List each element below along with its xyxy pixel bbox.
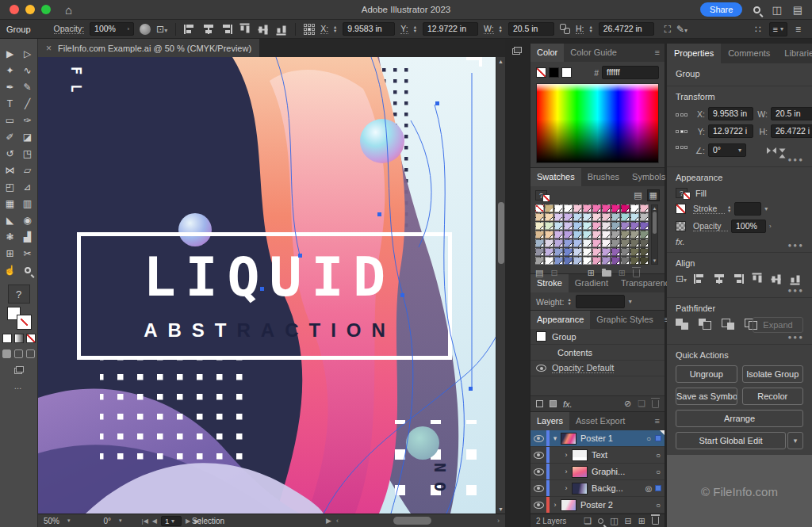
align-bottom-icon[interactable] [277,23,286,35]
tab-asset-export[interactable]: Asset Export [569,412,631,430]
prop-opacity-chevron[interactable]: › [769,223,772,230]
align-to-selection-icon[interactable]: ⊡▾ [156,24,167,35]
stroke-color-swatch[interactable] [676,204,686,214]
layer-row[interactable]: ›Graphi...○ [530,464,665,480]
swatch[interactable] [535,231,544,239]
perspective-grid-tool[interactable]: ⊿ [19,178,36,195]
artboard-tool[interactable]: ⊞ [2,245,19,262]
effects-icon[interactable]: fx. [676,237,803,246]
layer-visibility-eye-icon[interactable] [534,468,544,475]
swatch[interactable] [592,257,601,265]
layer-name[interactable]: Text [592,450,607,460]
layer-expand-icon[interactable]: › [550,501,561,509]
swatch[interactable] [583,239,592,247]
new-swatch-icon[interactable]: ⊞ [619,268,626,278]
swatch[interactable] [592,231,601,239]
color-button[interactable] [2,334,12,343]
prop-opacity-label[interactable]: Opacity [693,221,728,231]
symbol-sprayer-tool[interactable]: ❃ [2,228,19,245]
layer-target-icon[interactable]: ◎ [642,484,655,493]
appearance-more-options[interactable]: ●●● [788,242,805,249]
link-dimensions-icon[interactable] [560,24,570,34]
layer-row[interactable]: ▾Poster 1○ [530,430,665,447]
align-v-center-icon[interactable] [259,23,268,35]
swatch[interactable] [545,257,553,265]
swatch[interactable] [611,239,620,247]
curvature-tool[interactable]: ✎ [19,78,36,95]
swatch[interactable] [554,204,563,212]
layer-target-icon[interactable]: ○ [642,434,655,443]
opacity-label[interactable]: Opacity: [54,24,85,34]
swatch[interactable] [545,248,553,256]
swatch[interactable] [630,257,639,265]
draw-normal-icon[interactable] [2,349,11,358]
appearance-row-group[interactable]: Group [530,329,665,345]
swatch[interactable] [535,248,544,256]
delete-swatch-icon[interactable] [633,269,640,277]
horizontal-scrollbar[interactable] [341,517,495,525]
layer-thumbnail[interactable] [561,499,576,511]
stroke-swatch[interactable] [17,315,31,329]
swatch[interactable] [602,239,611,247]
layer-visibility-eye-icon[interactable] [534,452,544,459]
color-black-swatch[interactable] [549,67,559,78]
x-label[interactable]: X: [320,24,328,34]
pen-tool[interactable]: ✒ [2,78,19,95]
save-as-symbol-button[interactable]: Save as Symbol [676,388,737,405]
swatch[interactable] [564,204,573,212]
h-label[interactable]: H: [576,24,584,34]
swatch[interactable] [611,204,620,212]
swatches-scrollbar[interactable]: ▲ ▼ [651,204,658,265]
swatch[interactable] [545,204,553,212]
panel-list-icon[interactable]: ≡ [795,24,801,35]
collapse-panels-icon[interactable] [512,47,522,55]
new-color-group-folder-icon[interactable] [602,270,611,277]
slice-tool[interactable]: ✂ [19,245,36,262]
appearance-row-opacity[interactable]: Opacity: Default [530,361,665,376]
swatch[interactable] [554,222,563,230]
recolor-button[interactable]: Recolor [742,388,804,405]
align-h-center-icon[interactable] [713,274,725,284]
width-tool[interactable]: ⋈ [2,162,19,178]
flip-vertical-icon[interactable] [779,148,786,152]
pathfinder-unite-icon[interactable] [676,319,688,330]
arrange-documents-icon[interactable]: ◫ [772,4,781,16]
visibility-eye-icon[interactable] [536,365,546,372]
hex-field[interactable]: ffffff [602,66,659,79]
layer-row[interactable]: ›Backg...◎ [530,480,665,497]
swatch[interactable] [564,213,573,221]
expand-button[interactable]: Expand [753,317,803,333]
layer-name[interactable]: Poster 1 [580,433,613,443]
align-v-center-icon[interactable] [772,273,781,285]
draw-inside-icon[interactable] [26,349,35,358]
align-left-icon[interactable] [694,274,706,284]
ungroup-button[interactable]: Ungroup [676,365,737,383]
swatch[interactable] [545,231,553,239]
swatch[interactable] [564,257,573,265]
add-effect-icon[interactable]: fx. [563,399,573,409]
stroke-weight-dropdown[interactable]: ▾ [764,205,768,212]
swatch[interactable] [630,231,639,239]
zoom-tool[interactable] [19,262,36,278]
transform-more-options[interactable]: ●●● [788,156,805,163]
opacity-field[interactable]: 100%› [90,22,134,36]
scroll-down-icon[interactable]: ▼ [496,506,505,512]
scroll-up-icon[interactable]: ▲ [496,59,505,64]
gradient-tool[interactable]: ▥ [19,195,36,212]
swatch[interactable] [611,213,620,221]
color-panel-menu-icon[interactable]: ≡ [650,44,665,62]
swatch[interactable] [535,204,544,212]
layer-name[interactable]: Graphi... [592,467,625,476]
shape-builder-tool[interactable]: ◰ [2,178,19,195]
swatch[interactable] [592,204,601,212]
tab-layers[interactable]: Layers [530,412,569,430]
layer-expand-icon[interactable]: › [561,484,572,492]
start-global-edit-button[interactable]: Start Global Edit [676,432,786,449]
swatch[interactable] [621,257,630,265]
rotate-tool[interactable]: ↺ [2,145,19,162]
workspace-switcher[interactable]: ≡▾ [769,22,787,36]
tab-symbols[interactable]: Symbols [626,168,672,186]
locate-object-icon[interactable] [598,518,603,524]
swatch[interactable] [602,231,611,239]
scroll-right-icon[interactable]: › [495,517,502,525]
